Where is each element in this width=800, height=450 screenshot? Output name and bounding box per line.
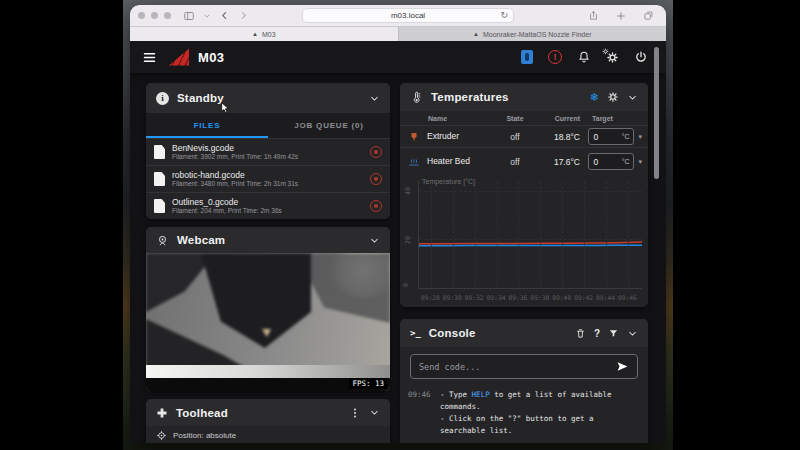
chevron-down-icon[interactable] [369,93,380,104]
target-temp-field[interactable]: °C [588,153,634,170]
sidebar-chevron-icon[interactable] [203,12,211,20]
chevron-down-icon[interactable] [627,328,638,339]
temperatures-panel-header[interactable]: Temperatures ❄ [400,83,648,111]
tab-job-queue[interactable]: JOB QUEUE (0) [268,113,390,138]
position-label: Position: absolute [173,431,236,440]
help-command-link[interactable]: HELP [472,390,490,399]
col-target-label: Target [584,115,648,122]
log-timestamp: 09:46 [408,389,434,437]
upload-print-icon[interactable] [521,50,533,64]
clear-console-trash-icon[interactable] [575,328,586,339]
mattaos-analysis-icon[interactable] [370,200,382,212]
preset-dropdown-icon[interactable]: ▾ [638,133,642,141]
temperature-chart: Temperature [°C] 02040 09:2809:3009:3209… [400,175,648,307]
webcam-panel-header[interactable]: Webcam [146,227,390,253]
temp-chart-plot [418,181,642,289]
scrollbar-thumb[interactable] [654,47,659,179]
status-panel: i Standby FILES JOB QUEUE (0) BenNevis.g… [146,83,390,219]
col-current-label: Current [534,115,584,122]
new-tab-icon[interactable] [616,11,626,21]
chevron-down-icon[interactable] [627,92,638,103]
dpad-icon [156,407,168,419]
page-scrollbar[interactable] [654,45,659,439]
preset-dropdown-icon[interactable]: ▾ [638,158,642,166]
file-name: Outlines_0.gcode [172,197,363,207]
power-icon[interactable] [634,50,648,64]
browser-titlebar: m03.local ↻ [130,5,666,26]
target-temp-input[interactable] [593,132,611,142]
temp-settings-gear-icon[interactable] [607,91,619,103]
reload-icon[interactable]: ↻ [500,11,508,20]
gcode-file-icon [154,199,165,213]
mattaos-analysis-icon[interactable] [370,146,382,158]
temp-unit: °C [622,133,630,140]
console-panel-header[interactable]: >_ Console ? [400,319,648,347]
chevron-down-icon[interactable] [369,407,380,418]
app-toolbar: M03 ! [130,41,666,73]
heater-name: Heater Bed [427,157,475,167]
close-window-button[interactable] [138,12,145,19]
menu-icon[interactable] [142,50,157,65]
temp-unit: °C [622,158,630,165]
share-icon[interactable] [588,10,599,21]
notifications-bell-icon[interactable] [577,50,591,64]
file-row[interactable]: Outlines_0.gcode Filament: 204 mm, Print… [146,192,390,219]
file-meta: Filament: 3902 mm, Print Time: 1h 49m 42… [172,153,363,161]
status-panel-header[interactable]: i Standby [146,83,390,113]
webcam-icon [156,234,169,247]
tab-label: M03 [262,31,276,38]
tab-favicon: ▲ [473,31,479,37]
console-log: 09:46 - Type HELP to get a list of avail… [408,389,638,437]
url-text: m03.local [391,11,425,20]
zoom-window-button[interactable] [164,12,171,19]
settings-gears-icon[interactable] [606,51,619,64]
sidebar-toggle-icon[interactable] [183,10,195,22]
heater-state: off [496,132,534,142]
forward-button[interactable] [238,10,249,21]
crosshair-icon [156,430,167,441]
toolhead-panel: Toolhead Position: absolute [146,399,390,443]
position-mode: Position: absolute [146,426,390,443]
gcode-file-icon [154,172,165,186]
mattaos-analysis-icon[interactable] [370,173,382,185]
file-row[interactable]: BenNevis.gcode Filament: 3902 mm, Print … [146,138,390,165]
toolhead-panel-header[interactable]: Toolhead [146,399,390,426]
active-tab-indicator [146,136,268,138]
browser-tab-m03[interactable]: ▲ M03 [130,27,398,41]
kebab-menu-icon[interactable] [349,407,361,419]
tab-files[interactable]: FILES [146,113,268,138]
printer-name: M03 [198,50,224,65]
address-bar[interactable]: m03.local ↻ [302,8,514,23]
chart-y-labels: 02040 [404,181,416,289]
table-row: Extruder off 18.8°C °C ▾ [400,125,648,147]
browser-tab-nozzle-finder[interactable]: ▲ Moonraker-MattaOS Nozzle Finder [398,27,667,41]
emergency-stop-icon[interactable]: ! [548,50,562,64]
printer-state: Standby [177,92,224,104]
col-state-label: State [496,115,534,122]
tab-favicon: ▲ [252,31,258,37]
file-meta: Filament: 3480 mm, Print Time: 2h 31m 31… [172,180,363,188]
send-icon[interactable] [616,360,629,373]
console-input-field[interactable] [410,354,638,379]
traffic-lights [138,12,171,19]
log-message: - Type HELP to get a list of available c… [440,389,638,437]
console-input[interactable] [419,362,616,372]
temperatures-title: Temperatures [431,91,509,103]
heater-state: off [496,157,534,167]
browser-tabbar: ▲ M03 ▲ Moonraker-MattaOS Nozzle Finder [130,26,666,41]
target-temp-field[interactable]: °C [588,128,634,145]
tab-overview-icon[interactable] [643,10,654,21]
cooldown-snowflake-icon[interactable]: ❄ [590,91,599,104]
console-title: Console [429,327,476,339]
filter-funnel-icon[interactable] [608,328,619,339]
help-icon[interactable]: ? [594,328,600,339]
tab-label: Moonraker-MattaOS Nozzle Finder [483,31,592,38]
minimize-window-button[interactable] [151,12,158,19]
heater-current: 17.6°C [534,157,584,167]
file-name: BenNevis.gcode [172,143,363,153]
file-row[interactable]: robotic-hand.gcode Filament: 3480 mm, Pr… [146,165,390,192]
printer-logo[interactable] [169,49,189,66]
back-button[interactable] [219,10,230,21]
target-temp-input[interactable] [593,157,611,167]
chevron-down-icon[interactable] [369,235,380,246]
